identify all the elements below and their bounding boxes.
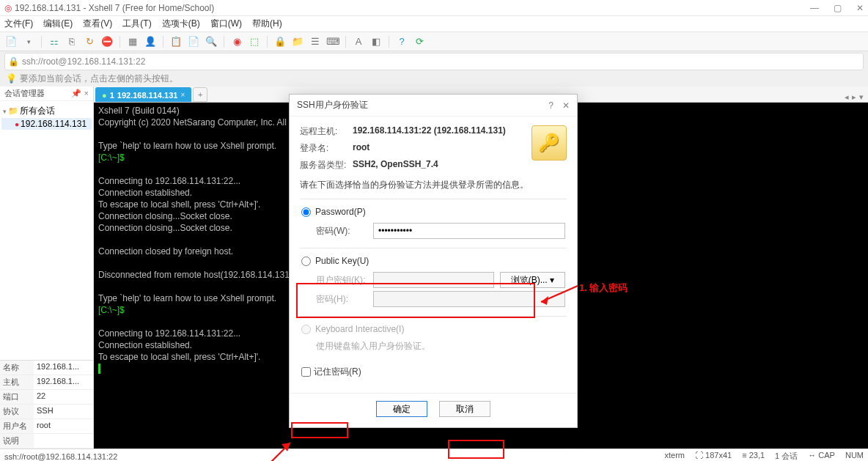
dialog-help-icon[interactable]: ? — [548, 100, 553, 111]
new-session-icon[interactable]: 📄 — [4, 35, 18, 48]
refresh-icon[interactable]: ⟳ — [413, 35, 426, 48]
term-line: Connection closing...Socket close. — [98, 223, 232, 233]
menu-view[interactable]: 查看(V) — [83, 18, 112, 30]
session-tree[interactable]: ▾ 📁 所有会话 ● 192.168.114.131 — [0, 101, 93, 133]
publickey-radio[interactable]: Public Key(U) — [301, 256, 565, 266]
pos-icon: ≡ — [742, 451, 749, 460]
publickey-radio-input[interactable] — [301, 257, 311, 266]
separator — [267, 36, 268, 48]
keyboard-icon[interactable]: ⌨ — [326, 35, 339, 48]
remember-password-input[interactable] — [301, 367, 311, 377]
remember-password-label: 记住密码(R) — [314, 366, 361, 378]
hint-row: 💡 要添加当前会话，点击左侧的箭头按钮。 — [0, 70, 868, 86]
reconnect-icon[interactable]: ↻ — [83, 35, 96, 48]
address-text: ssh://root@192.168.114.131:22 — [22, 56, 145, 67]
add-user-icon[interactable]: 👤 — [144, 35, 157, 48]
remember-password-check[interactable]: 记住密码(R) — [301, 366, 565, 378]
menu-window[interactable]: 窗口(W) — [210, 18, 242, 30]
tab-session[interactable]: ● 1 192.168.114.131 × — [95, 87, 191, 102]
prop-proto-label: 协议 — [0, 405, 34, 418]
sidebar-header: 会话管理器 📌 × — [0, 86, 93, 101]
auth-key-icon: 🔑 — [532, 125, 567, 161]
menu-tools[interactable]: 工具(T) — [122, 18, 151, 30]
cancel-button[interactable]: 取消 — [439, 401, 490, 417]
copy2-icon[interactable]: 📋 — [169, 35, 183, 48]
search-icon[interactable]: 🔍 — [205, 35, 218, 48]
pk-password-input — [373, 291, 565, 307]
password-input[interactable] — [373, 223, 565, 239]
window-title: 192.168.114.131 - Xshell 7 (Free for Hom… — [15, 3, 214, 13]
dialog-close-icon[interactable]: ✕ — [562, 100, 570, 111]
prop-desc-value — [34, 434, 93, 448]
tab-close-icon[interactable]: × — [180, 91, 185, 99]
tab-label: 192.168.114.131 — [117, 91, 178, 100]
address-bar[interactable]: 🔒 ssh://root@192.168.114.131:22 — [4, 53, 864, 70]
term-line: Connection closed by foreign host. — [98, 246, 233, 257]
status-pos: 23,1 — [749, 451, 765, 460]
paste-icon[interactable]: 📄 — [187, 35, 200, 48]
userkey-input — [373, 272, 494, 288]
list-icon[interactable]: ☰ — [309, 35, 322, 48]
new-tab-button[interactable]: + — [193, 87, 207, 102]
ok-button[interactable]: 确定 — [376, 401, 427, 417]
font-icon[interactable]: A — [352, 35, 365, 48]
copy-icon[interactable]: ⎘ — [65, 35, 78, 48]
separator — [224, 36, 224, 48]
server-type-value: SSH2, OpenSSH_7.4 — [353, 159, 438, 172]
connected-dot-icon: ● — [102, 91, 107, 100]
red-icon[interactable]: ◉ — [230, 35, 243, 48]
ki-hint: 使用键盘输入用户身份验证。 — [316, 340, 430, 353]
pin-icon[interactable]: 📌 — [71, 89, 81, 98]
ki-radio[interactable]: Keyboard Interactive(I) — [301, 324, 565, 334]
status-sess: 1 会话 — [775, 451, 798, 461]
sidebar-close-icon[interactable]: × — [84, 89, 89, 98]
maximize-button[interactable]: ▢ — [834, 3, 842, 13]
tree-item[interactable]: ● 192.168.114.131 — [1, 118, 92, 130]
green-icon[interactable]: ⬚ — [248, 35, 261, 48]
prop-host-label: 主机 — [0, 375, 34, 389]
menu-file[interactable]: 文件(F) — [4, 18, 33, 30]
term-line: Connecting to 192.168.114.131:22... — [98, 328, 240, 339]
prop-host-value: 192.168.1... — [34, 375, 93, 389]
status-num: NUM — [845, 451, 864, 461]
separator — [389, 36, 389, 48]
size-icon: ⛶ — [695, 451, 705, 460]
term-prompt: [C:\~]$ — [98, 305, 125, 315]
menu-tab[interactable]: 选项卡(B) — [162, 18, 200, 30]
prop-port-label: 端口 — [0, 390, 34, 404]
term-line: Connecting to 192.168.114.131:22... — [98, 176, 240, 186]
separator — [119, 36, 120, 48]
session-lock-icon: 🔒 — [8, 56, 19, 67]
dialog-title: SSH用户身份验证 — [297, 99, 368, 111]
tab-next-icon[interactable]: ▸ — [852, 92, 856, 102]
tab-prev-icon[interactable]: ◂ — [845, 92, 849, 102]
palette-icon[interactable]: ◧ — [369, 35, 383, 48]
lock-icon[interactable]: 🔒 — [273, 35, 287, 48]
tree-root-label: 所有会话 — [20, 105, 55, 117]
disconnect-icon[interactable]: ⛔ — [100, 35, 114, 48]
browse-button[interactable]: 浏览(B)... ▾ — [500, 272, 565, 288]
prop-name-value: 192.168.1... — [34, 361, 93, 375]
folder-icon[interactable]: 📁 — [291, 35, 304, 48]
tool1-icon[interactable]: ▦ — [126, 35, 139, 48]
bulb-icon: 💡 — [6, 73, 17, 84]
term-line: Type `help' to learn how to use Xshell p… — [98, 141, 276, 151]
help-icon[interactable]: ? — [395, 35, 408, 48]
minimize-button[interactable]: — — [810, 3, 819, 13]
tab-list-icon[interactable]: ▾ — [859, 92, 864, 102]
open-icon[interactable]: ⚏ — [48, 35, 61, 48]
close-button[interactable]: ✕ — [856, 3, 864, 13]
password-radio-input[interactable] — [301, 207, 311, 217]
expand-icon[interactable]: ▾ — [3, 108, 7, 115]
password-field-label: 密码(W): — [316, 225, 367, 237]
tree-root[interactable]: ▾ 📁 所有会话 — [1, 104, 92, 118]
menu-help[interactable]: 帮助(H) — [252, 18, 282, 30]
term-line: Type `help' to learn how to use Xshell p… — [98, 293, 276, 303]
dropdown-icon[interactable]: ▾ — [22, 35, 35, 48]
toolbar: 📄 ▾ ⚏ ⎘ ↻ ⛔ ▦ 👤 📋 📄 🔍 ◉ ⬚ 🔒 📁 ☰ ⌨ A ◧ ? … — [0, 32, 868, 51]
dialog-footer: 确定 取消 — [290, 393, 577, 427]
term-line: Xshell 7 (Build 0144) — [98, 106, 180, 116]
menu-edit[interactable]: 编辑(E) — [43, 18, 73, 30]
term-line: To escape to local shell, press 'Ctrl+Al… — [98, 199, 260, 210]
password-radio[interactable]: Password(P) — [301, 207, 565, 217]
